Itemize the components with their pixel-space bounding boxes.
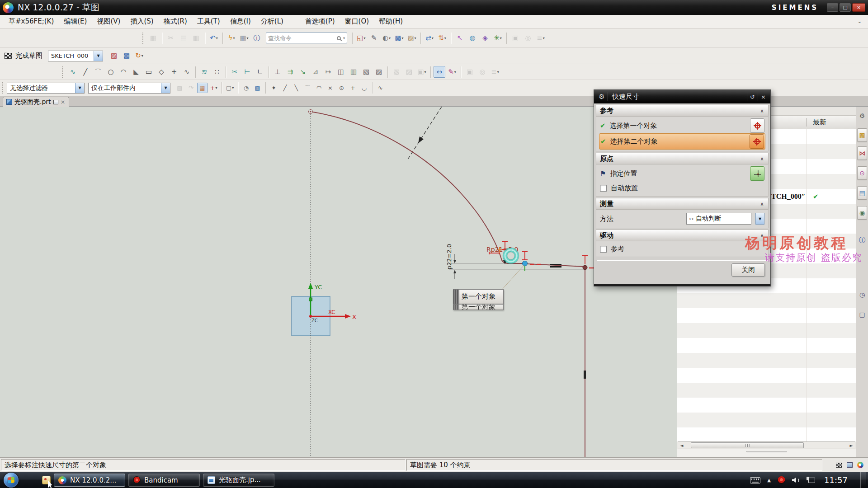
menu-item-5[interactable]: 工具(T) — [192, 15, 225, 28]
gems-icon[interactable]: ◈ — [479, 32, 491, 44]
section-collapse-icon[interactable]: ∧ — [757, 155, 767, 163]
section-collapse-icon[interactable]: ∧ — [757, 107, 767, 115]
menu-item-0[interactable]: 草#x56FE;(K) — [4, 15, 59, 28]
dialog-reset-icon[interactable]: ↺ — [747, 92, 758, 101]
scroll-right-icon[interactable]: ► — [848, 443, 855, 448]
status-window-icon[interactable] — [847, 462, 853, 468]
snap-quadrant-icon[interactable]: ◠ — [314, 83, 324, 93]
taskbar-clock[interactable]: 11:57 — [822, 475, 850, 485]
reset-filter-icon[interactable]: ↷ — [186, 83, 196, 93]
highlight-filter-icon[interactable]: ▦ — [197, 83, 208, 93]
extrude-icon[interactable]: ▩▾ — [393, 32, 405, 44]
method-dropdown-arrow-icon[interactable]: ▼ — [755, 213, 764, 225]
taskbar-button-view[interactable]: 光驱面壳.jp... — [203, 474, 274, 487]
show-constraints-icon[interactable]: ▧ — [391, 66, 402, 78]
select-second-object-button[interactable] — [750, 134, 764, 149]
volume-icon[interactable] — [792, 477, 799, 483]
specify-position-row[interactable]: ⚑ 指定位置 — [599, 166, 765, 181]
auto-dimension-icon[interactable]: ↘ — [297, 66, 309, 78]
dropdown-arrow-icon[interactable]: ▾ — [425, 70, 426, 74]
panel-row[interactable] — [677, 308, 856, 323]
maximize-button[interactable]: ▢ — [840, 3, 851, 12]
menu-item-2[interactable]: 视图(V) — [92, 15, 125, 28]
dropdown-arrow-icon[interactable]: ▾ — [232, 86, 234, 90]
dropdown-arrow-icon[interactable]: ▾ — [415, 36, 416, 40]
quick-trim-icon[interactable]: ✂ — [229, 66, 241, 78]
selection-filter-arrow-icon[interactable]: ▼ — [75, 83, 84, 93]
auto-placement-checkbox[interactable] — [600, 185, 607, 192]
sketch-image-icon[interactable]: ▨ — [108, 50, 120, 62]
vertical-dimension-text[interactable]: p22=2.0 — [446, 244, 453, 269]
reference-checkbox[interactable] — [600, 246, 607, 253]
dropdown-arrow-icon[interactable]: ▾ — [215, 86, 217, 90]
show-hidden-icons[interactable]: ▲ — [767, 478, 771, 483]
quick-extend-icon[interactable]: ⊢ — [241, 66, 253, 78]
rectangle-icon[interactable]: ▭ — [143, 66, 155, 78]
snapshot-icon[interactable]: ✳▾ — [492, 32, 504, 44]
paste-icon[interactable]: ▥ — [190, 32, 202, 44]
tab-close-icon[interactable]: × — [61, 99, 66, 105]
render-style-icon[interactable]: ◐▾ — [381, 32, 392, 44]
move-object-icon[interactable]: ⇄▾ — [424, 32, 435, 44]
intersection-icon[interactable]: ▨ — [373, 66, 385, 78]
panel-splitter[interactable] — [677, 449, 856, 454]
origin-point[interactable] — [309, 315, 312, 318]
section-driving[interactable]: 驱动 ∧ — [596, 230, 769, 241]
taskbar-button-band[interactable]: Bandicam — [128, 474, 200, 487]
offset-curve-icon[interactable]: ≋ — [198, 66, 210, 78]
reference-checkbox-row[interactable]: 参考 — [599, 243, 765, 255]
alternate-solution-icon[interactable]: ◫ — [335, 66, 347, 78]
finish-sketch-button[interactable]: 完成草图 — [15, 52, 42, 60]
pattern-curve-icon[interactable]: ∷ — [211, 66, 223, 78]
panel-row[interactable] — [677, 413, 856, 427]
arc-icon[interactable]: ⌒ — [92, 66, 104, 78]
refresh-icon[interactable]: ϟ▾ — [226, 32, 237, 44]
section-measurement[interactable]: 测量 ∧ — [596, 198, 769, 210]
marquee-select-icon[interactable]: ▢▾ — [225, 83, 235, 93]
role-icon[interactable]: ↖ — [454, 32, 466, 44]
snap-tangent-icon[interactable]: ◡ — [359, 83, 369, 93]
web-info-icon[interactable]: ⓘ — [857, 235, 867, 246]
dropdown-arrow-icon[interactable]: ▾ — [543, 36, 545, 40]
menu-item-1[interactable]: 编辑(E) — [59, 15, 92, 28]
panel-header-latest-column[interactable]: 最新 — [806, 118, 856, 127]
select-first-object-button[interactable] — [750, 118, 764, 133]
dialog-close-icon[interactable]: × — [758, 92, 769, 101]
selection-scope-dropdown[interactable]: 仅在工作部件内 ▼ — [88, 83, 170, 94]
snap-endpoint-icon[interactable]: ╱ — [280, 83, 290, 93]
convert-reference-icon[interactable]: ↦ — [322, 66, 334, 78]
menu-item-8[interactable]: 首选项(P) — [300, 15, 340, 28]
shaded-view-icon[interactable]: ◔ — [241, 83, 251, 93]
scroll-left-icon[interactable]: ◄ — [678, 443, 685, 448]
snap-arc-center-icon[interactable]: ⌒ — [302, 83, 313, 93]
section-collapse-icon[interactable]: ∧ — [757, 200, 767, 208]
part-navigator-icon[interactable]: ⊙ — [857, 166, 867, 180]
selection-filter-dropdown[interactable]: 无选择过滤器 ▼ — [7, 83, 85, 94]
dropdown-arrow-icon[interactable]: ▾ — [389, 36, 391, 40]
dropdown-arrow-icon[interactable]: ▾ — [142, 54, 143, 58]
pattern-icon[interactable]: ▥ — [348, 66, 359, 78]
dropdown-arrow-icon[interactable]: ▾ — [364, 36, 366, 40]
search-icon[interactable] — [337, 36, 341, 40]
toolbar-handle[interactable] — [2, 82, 5, 94]
arc-start-point[interactable] — [309, 110, 313, 114]
section-origin[interactable]: 原点 ∧ — [596, 153, 769, 164]
dropdown-arrow-icon[interactable]: ▾ — [497, 70, 499, 74]
constraint-navigator-icon[interactable]: ⋈ — [857, 146, 867, 160]
panel-row[interactable] — [677, 398, 856, 413]
profile-icon[interactable]: ∿ — [67, 66, 79, 78]
touch-mode-icon[interactable]: ◍ — [467, 32, 478, 44]
display-window-icon[interactable]: ▢ — [857, 309, 867, 320]
snap-settings-icon[interactable]: ▩ — [175, 83, 185, 93]
menu-item-9[interactable]: 窗口(O) — [340, 15, 374, 28]
network-icon[interactable] — [806, 477, 815, 483]
plus-filter-icon[interactable]: +▾ — [208, 83, 219, 93]
search-input[interactable] — [268, 35, 337, 42]
section-collapse-icon[interactable]: ∧ — [757, 231, 767, 239]
specify-position-button[interactable] — [750, 166, 764, 181]
sketch-name-dropdown-arrow-icon[interactable]: ▼ — [94, 51, 103, 61]
roles-gear-icon[interactable]: ⚙ — [857, 110, 867, 121]
image-capture-icon[interactable]: ▣ — [509, 32, 521, 44]
polygon-icon[interactable]: ◇ — [156, 66, 167, 78]
assembly-navigator-icon[interactable]: ▩ — [857, 128, 867, 142]
